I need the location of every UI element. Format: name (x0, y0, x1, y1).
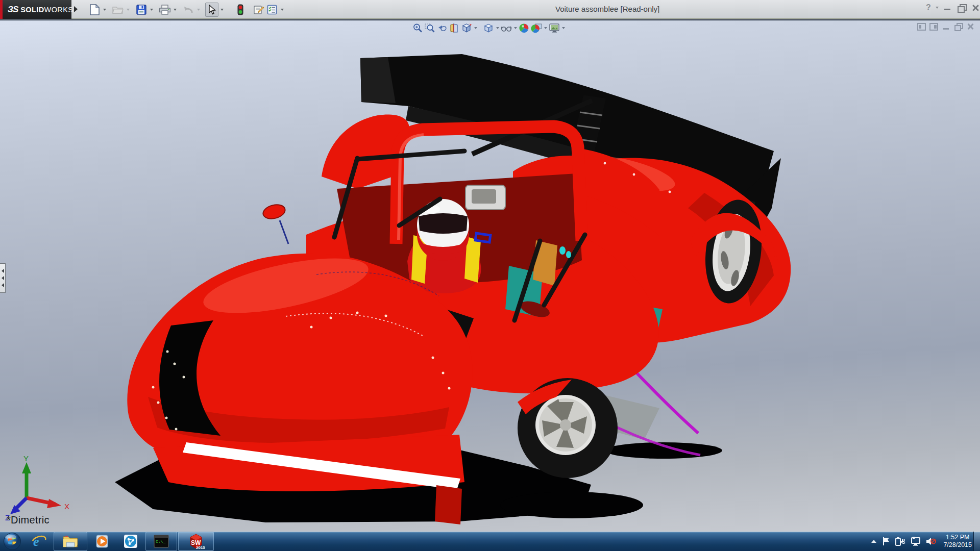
solidworks-logo: ЗS SOLIDWORKS (0, 0, 71, 19)
clock-date: 7/28/2015 (943, 541, 972, 549)
show-hidden-icons-arrow[interactable] (871, 539, 877, 544)
select-cursor-icon (208, 5, 216, 15)
edit-document-button[interactable] (252, 3, 265, 17)
open-folder-icon (112, 5, 124, 14)
restore-icon[interactable] (957, 4, 966, 12)
help-dropdown-caret[interactable] (936, 7, 939, 9)
air-intake-box[interactable] (465, 185, 505, 210)
triad-x-arrow (47, 499, 61, 508)
help-icon[interactable]: ? (926, 3, 931, 12)
action-center-flag-icon[interactable] (882, 537, 890, 546)
system-tray: 1:52 PM 7/28/2015 (871, 532, 972, 551)
3d-model-voiture-assemblee[interactable] (0, 20, 980, 532)
undo-button[interactable] (182, 3, 195, 17)
power-plug-icon[interactable] (895, 537, 905, 546)
left-mirror[interactable] (262, 203, 288, 244)
triad-y-arrow (22, 462, 31, 473)
main-toolbar (88, 2, 289, 17)
triad-y-label: Y (23, 456, 29, 463)
new-document-button[interactable] (88, 3, 101, 17)
save-dropdown-caret[interactable] (148, 3, 155, 17)
start-button[interactable] (0, 532, 24, 551)
interference-traffic-light-icon (237, 4, 243, 15)
new-document-icon (90, 4, 100, 15)
folder-icon (62, 534, 79, 548)
undo-icon (183, 5, 194, 15)
taskbar-command-prompt[interactable]: C:\_ (145, 532, 177, 551)
taskbar-clock[interactable]: 1:52 PM 7/28/2015 (941, 534, 972, 549)
undo-dropdown-caret[interactable] (195, 3, 202, 17)
open-dropdown-caret[interactable] (125, 3, 132, 17)
options-button[interactable] (265, 3, 279, 17)
taskbar-windows-explorer[interactable] (54, 532, 87, 551)
taskbar-solidworks[interactable]: SW 2015 (178, 532, 214, 551)
taskbar: e C:\_ (0, 532, 980, 551)
window-title: Voiture assomblee [Read-only] (555, 5, 659, 13)
blue-node-app-icon (123, 534, 138, 549)
front-bodywork[interactable] (127, 247, 472, 524)
network-display-icon[interactable] (911, 537, 921, 546)
brand-name-light: WORKS (44, 6, 74, 14)
select-dropdown-caret[interactable] (218, 3, 226, 17)
internet-explorer-icon: e (31, 534, 46, 549)
command-prompt-icon-text: C:\_ (156, 539, 165, 544)
close-icon[interactable] (971, 4, 980, 12)
solidworks-logo-glyph: ЗS (8, 5, 18, 15)
clock-time: 1:52 PM (943, 534, 972, 541)
options-dropdown-caret[interactable] (279, 3, 286, 17)
brand-name-bold: SOLID (20, 6, 44, 14)
edit-appearance-document-icon (253, 5, 264, 15)
print-icon (159, 5, 170, 15)
rear-center-wheel[interactable] (518, 378, 618, 478)
save-icon (136, 5, 146, 15)
menu-flyout-arrow-icon[interactable] (74, 6, 78, 12)
print-button[interactable] (158, 3, 172, 17)
options-checklist-icon (267, 5, 277, 15)
window-controls: ? (926, 3, 980, 12)
new-dropdown-caret[interactable] (101, 3, 108, 17)
triad-x-label: X (64, 502, 69, 511)
view-orientation-label: *Dimetric (7, 514, 50, 526)
graphics-viewport[interactable]: Y X Z *Dimetric (0, 19, 980, 532)
solidworks-app-icon: SW 2015 (187, 533, 205, 550)
interference-check-button[interactable] (234, 3, 247, 17)
print-dropdown-caret[interactable] (172, 3, 179, 17)
open-button[interactable] (111, 3, 125, 17)
windows-start-orb-icon (3, 532, 21, 550)
command-prompt-icon: C:\_ (153, 534, 169, 548)
reference-triad: Y X Z (4, 456, 81, 522)
solidworks-icon-badge: 2015 (196, 545, 205, 550)
media-player-icon (94, 534, 110, 549)
select-tool-button[interactable] (205, 3, 218, 17)
helmet-visor (419, 213, 468, 234)
taskbar-media-player[interactable] (88, 532, 116, 551)
taskbar-internet-explorer[interactable]: e (24, 532, 53, 551)
volume-muted-icon[interactable] (926, 537, 936, 546)
minimize-icon[interactable] (943, 4, 952, 12)
save-button[interactable] (135, 3, 148, 17)
taskbar-app-hub[interactable] (116, 532, 145, 551)
titlebar: ЗS SOLIDWORKS (0, 0, 980, 19)
show-desktop-button[interactable] (973, 532, 980, 551)
